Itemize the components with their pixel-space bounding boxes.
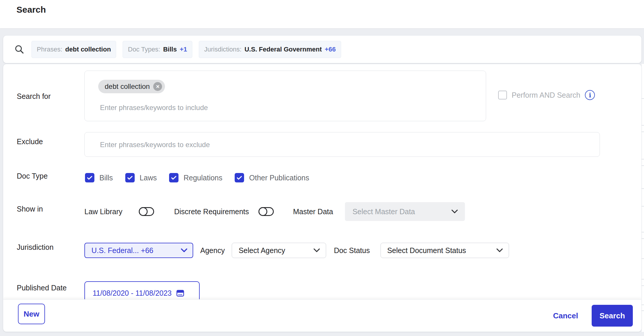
magnifier-icon xyxy=(14,44,25,55)
divider xyxy=(642,238,644,239)
show-in-label: Show in xyxy=(17,205,43,213)
divider xyxy=(642,165,644,166)
doc-type-option-label: Laws xyxy=(140,174,157,182)
doc-type-option-laws[interactable]: Laws xyxy=(125,173,157,182)
published-date-label: Published Date xyxy=(17,284,67,292)
divider xyxy=(642,98,644,99)
jurisdiction-label: Jurisdiction xyxy=(17,243,54,252)
divider xyxy=(642,232,644,232)
chip-label: Phrases: xyxy=(37,46,62,53)
doc-type-option-bills[interactable]: Bills xyxy=(85,173,113,182)
chip-value: debt collection xyxy=(65,46,111,53)
divider xyxy=(642,159,644,159)
divider xyxy=(642,132,644,132)
discrete-requirements-toggle[interactable] xyxy=(258,207,274,216)
chevron-down-icon xyxy=(451,209,458,214)
doc-type-option-label: Bills xyxy=(99,174,113,182)
divider xyxy=(642,258,644,259)
search-summary-bar: Phrases: debt collection Doc Types: Bill… xyxy=(3,35,642,63)
published-date-value: 11/08/2020 - 11/08/2023 xyxy=(93,289,172,297)
checked-checkbox-icon[interactable] xyxy=(85,173,94,182)
calendar-icon xyxy=(176,289,185,297)
search-for-input[interactable] xyxy=(99,102,453,114)
master-data-label: Master Data xyxy=(293,207,333,216)
divider xyxy=(642,206,644,207)
checked-checkbox-icon[interactable] xyxy=(169,173,178,182)
chip-label: Jurisdictions: xyxy=(204,46,241,53)
show-in-row: Law Library Discrete Requirements Master… xyxy=(84,202,465,221)
agency-label: Agency xyxy=(200,246,225,255)
divider xyxy=(642,188,644,189)
master-data-select-value: Select Master Data xyxy=(353,207,415,216)
law-library-label: Law Library xyxy=(84,207,122,216)
discrete-requirements-label: Discrete Requirements xyxy=(174,207,249,216)
exclude-label: Exclude xyxy=(17,137,43,146)
chip-extra-count: +66 xyxy=(325,46,336,53)
filter-chip-doc-types[interactable]: Doc Types: Bills +1 xyxy=(123,41,192,58)
divider xyxy=(642,305,644,305)
filter-chip-phrases[interactable]: Phrases: debt collection xyxy=(31,41,116,58)
chip-value: Bills xyxy=(163,46,177,53)
search-for-label: Search for xyxy=(17,92,51,101)
search-form-card: Search for debt collection ✕ Perform AND… xyxy=(3,64,642,332)
jurisdiction-row: U.S. Federal... +66 Agency Select Agency… xyxy=(84,243,509,258)
new-button[interactable]: New xyxy=(18,304,45,324)
jurisdiction-select[interactable]: U.S. Federal... +66 xyxy=(84,243,193,258)
filter-chip-jurisdictions[interactable]: Jurisdictions: U.S. Federal Government +… xyxy=(199,41,341,58)
form-footer: New Cancel Search xyxy=(3,299,641,332)
search-for-field[interactable]: debt collection ✕ xyxy=(84,71,486,121)
chip-value: U.S. Federal Government xyxy=(244,46,322,53)
footer-actions: Cancel Search xyxy=(553,300,633,332)
checked-checkbox-icon[interactable] xyxy=(125,173,135,182)
master-data-select[interactable]: Select Master Data xyxy=(345,202,465,221)
chevron-down-icon xyxy=(496,248,503,252)
screen: Search Phrases: debt collection xyxy=(0,0,644,336)
divider xyxy=(642,279,644,280)
agency-select-value: Select Agency xyxy=(238,246,285,255)
divider xyxy=(642,125,644,126)
phrase-chip[interactable]: debt collection ✕ xyxy=(98,80,165,93)
perform-and-search-group: Perform AND Search i xyxy=(498,90,595,100)
search-button[interactable]: Search xyxy=(592,305,633,327)
cancel-button[interactable]: Cancel xyxy=(553,311,578,320)
doc-type-option-regulations[interactable]: Regulations xyxy=(169,173,222,182)
exclude-field[interactable] xyxy=(84,132,600,157)
info-icon[interactable]: i xyxy=(585,90,595,100)
background-list-sliver xyxy=(642,64,644,332)
checked-checkbox-icon[interactable] xyxy=(235,173,244,182)
chevron-down-icon xyxy=(313,248,320,252)
divider xyxy=(642,285,644,286)
doc-type-option-label: Other Publications xyxy=(249,174,309,182)
toggle-knob-icon xyxy=(139,207,148,216)
jurisdiction-select-value: U.S. Federal... +66 xyxy=(91,246,154,255)
doc-type-option-other-publications[interactable]: Other Publications xyxy=(235,173,309,182)
doc-status-select[interactable]: Select Document Status xyxy=(381,243,509,258)
phrase-chip-text: debt collection xyxy=(105,82,150,91)
chip-label: Doc Types: xyxy=(128,46,160,53)
doc-type-option-label: Regulations xyxy=(183,174,222,182)
divider xyxy=(642,310,644,311)
law-library-toggle[interactable] xyxy=(139,207,154,216)
toggle-knob-icon xyxy=(258,207,267,216)
perform-and-search-checkbox[interactable] xyxy=(498,91,507,99)
agency-select[interactable]: Select Agency xyxy=(232,243,326,258)
doc-status-label: Doc Status xyxy=(334,246,370,255)
page-header: Search xyxy=(0,0,644,28)
doc-type-label: Doc Type xyxy=(17,172,48,180)
chip-extra-count: +1 xyxy=(180,46,187,53)
page-title: Search xyxy=(16,5,46,15)
perform-and-search-label: Perform AND Search xyxy=(512,91,580,99)
close-icon[interactable]: ✕ xyxy=(153,82,162,91)
exclude-input[interactable] xyxy=(99,132,571,157)
doc-status-select-value: Select Document Status xyxy=(387,246,466,255)
doc-type-options: Bills Laws Regulations Other Publication… xyxy=(85,173,309,182)
chevron-down-icon xyxy=(181,248,187,252)
